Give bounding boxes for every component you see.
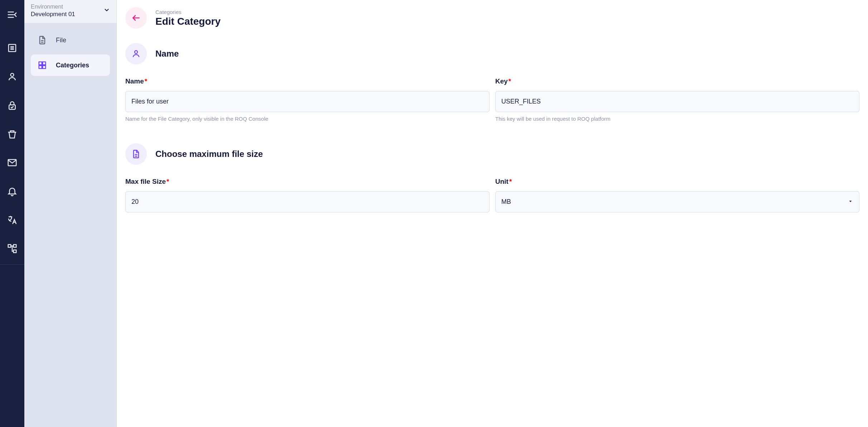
section-icon — [125, 43, 147, 64]
left-rail — [0, 0, 24, 427]
rail-item-translate[interactable] — [0, 206, 24, 234]
svg-rect-18 — [39, 66, 42, 68]
sidebar-item-file[interactable]: File — [31, 29, 110, 51]
svg-point-7 — [11, 73, 14, 77]
section-title: Choose maximum file size — [155, 149, 263, 159]
rail-menu-toggle[interactable] — [0, 6, 24, 24]
field-max-size: Max file Size* — [125, 178, 490, 212]
name-label: Name* — [125, 77, 490, 85]
sidebar-item-categories[interactable]: Categories — [31, 54, 110, 76]
rail-item-security[interactable] — [0, 91, 24, 120]
svg-rect-13 — [14, 250, 16, 253]
breadcrumb: Categories — [155, 9, 221, 15]
chevron-down-icon — [103, 7, 110, 15]
environment-selector[interactable]: Environment Development 01 — [24, 0, 116, 23]
field-key: Key* This key will be used in request to… — [495, 77, 859, 122]
list-box-icon — [7, 43, 18, 53]
main-content: Categories Edit Category Name Name* Name… — [117, 0, 868, 427]
rail-item-storage[interactable] — [0, 120, 24, 148]
page-header: Categories Edit Category — [125, 7, 859, 29]
rail-divider — [0, 264, 24, 265]
key-helper: This key will be used in request to ROQ … — [495, 116, 859, 122]
rail-item-notifications[interactable] — [0, 177, 24, 206]
sidebar-item-label: File — [56, 37, 66, 44]
page-title: Edit Category — [155, 16, 221, 27]
schema-icon — [7, 243, 18, 254]
svg-rect-11 — [8, 245, 11, 248]
max-size-input[interactable] — [125, 191, 490, 212]
name-input[interactable] — [125, 91, 490, 112]
arrow-left-icon — [131, 13, 141, 23]
back-button[interactable] — [125, 7, 147, 29]
lock-check-icon — [7, 100, 18, 111]
secondary-sidebar: Environment Development 01 File — [24, 0, 117, 427]
unit-label: Unit* — [495, 178, 859, 186]
grid-icon — [37, 60, 47, 70]
environment-label: Environment — [31, 4, 75, 10]
user-icon — [7, 71, 18, 82]
environment-value: Development 01 — [31, 11, 75, 18]
file-icon — [131, 149, 141, 159]
key-label: Key* — [495, 77, 859, 85]
unit-select[interactable] — [495, 191, 859, 212]
section-title: Name — [155, 49, 179, 59]
key-input[interactable] — [495, 91, 859, 112]
sidebar-item-label: Categories — [56, 62, 89, 69]
field-name: Name* Name for the File Category, only v… — [125, 77, 490, 122]
rail-item-user[interactable] — [0, 62, 24, 91]
collapse-menu-icon — [7, 9, 18, 20]
translate-icon — [7, 215, 18, 225]
bucket-icon — [7, 129, 18, 139]
rail-item-schema[interactable] — [0, 234, 24, 263]
field-unit: Unit* — [495, 178, 859, 212]
svg-rect-16 — [39, 62, 42, 65]
svg-rect-17 — [43, 62, 45, 65]
user-icon — [131, 49, 141, 59]
max-size-label: Max file Size* — [125, 178, 490, 186]
svg-point-21 — [135, 51, 138, 53]
section-header-name: Name — [125, 43, 859, 64]
name-helper: Name for the File Category, only visible… — [125, 116, 490, 122]
section-icon — [125, 143, 147, 165]
file-icon — [37, 35, 47, 45]
rail-item-mail[interactable] — [0, 148, 24, 177]
mail-icon — [7, 157, 18, 168]
svg-rect-12 — [14, 245, 16, 248]
rail-item-details[interactable] — [0, 34, 24, 62]
bell-icon — [7, 186, 18, 197]
section-header-size: Choose maximum file size — [125, 143, 859, 165]
svg-rect-19 — [43, 66, 45, 68]
